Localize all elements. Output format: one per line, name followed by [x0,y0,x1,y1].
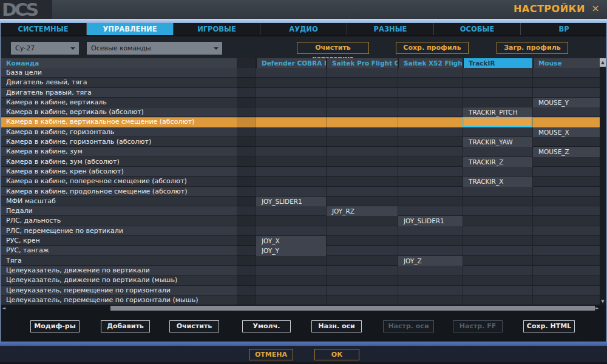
close-icon[interactable]: × [590,2,601,14]
binding-cell[interactable] [326,68,398,78]
binding-cell[interactable] [326,286,398,295]
binding-cell[interactable] [326,236,398,246]
horizontal-scroll-thumb[interactable] [110,306,595,311]
binding-cell[interactable]: JOY_Z [398,256,463,266]
binding-cell[interactable] [256,177,326,186]
scroll-down-icon[interactable]: ▼ [600,298,606,305]
binding-cell[interactable] [256,275,326,285]
table-row[interactable]: Камера в кабине, крен (абсолют) [1,167,600,177]
binding-cell[interactable] [463,246,532,255]
binding-cell[interactable] [326,137,398,147]
tab-systems[interactable]: СИСТЕМНЫЕ [0,23,87,35]
assign-axis-button[interactable]: Назн. оси [311,320,362,332]
table-row[interactable]: Камера в кабине, вертикальное смещение (… [1,117,600,127]
binding-cell[interactable] [532,187,600,197]
binding-cell[interactable] [256,157,326,167]
add-button[interactable]: Добавить [101,320,150,332]
binding-cell[interactable] [256,256,326,266]
binding-cell[interactable] [256,88,326,98]
binding-cell[interactable] [463,266,532,275]
binding-cell[interactable] [463,286,532,295]
table-row[interactable]: Камера в кабине, горизонтальMOUSE_X [1,127,600,137]
binding-cell[interactable] [532,295,600,305]
binding-cell[interactable] [532,137,600,147]
column-header-device[interactable]: Saitek X52 Flight Contro [398,58,463,68]
binding-cell[interactable]: TRACKIR_YAW [463,137,532,147]
binding-cell[interactable] [532,286,600,295]
default-button[interactable]: Умолч. [242,320,291,332]
binding-cell[interactable]: MOUSE_Z [532,147,600,157]
binding-cell[interactable] [398,167,463,177]
binding-cell[interactable] [326,117,398,127]
binding-cell[interactable] [463,78,532,87]
binding-cell[interactable]: TRACKIR_X [463,177,532,186]
tab-controls[interactable]: УПРАВЛЕНИЕ [87,23,174,35]
binding-cell[interactable] [326,187,398,197]
binding-cell[interactable] [463,187,532,197]
table-row[interactable]: База цели [1,68,600,78]
binding-cell[interactable] [256,266,326,275]
binding-cell[interactable] [398,206,463,216]
binding-cell[interactable] [398,187,463,197]
table-row[interactable]: Камера в кабине, горизонталь (абсолют)TR… [1,137,600,147]
table-row[interactable]: Целеуказатель, перемещение по горизонтал… [1,295,600,305]
binding-cell[interactable] [326,275,398,285]
binding-cell[interactable] [398,286,463,295]
binding-cell[interactable] [256,206,326,216]
binding-cell[interactable] [398,295,463,305]
binding-cell[interactable] [398,117,463,127]
binding-cell[interactable]: JOY_SLIDER1 [398,216,463,226]
binding-cell[interactable] [326,167,398,177]
binding-cell[interactable]: TRACKIR_Z [463,157,532,167]
binding-cell[interactable] [256,127,326,137]
binding-cell[interactable] [326,197,398,206]
binding-cell[interactable] [398,68,463,78]
binding-cell[interactable] [326,98,398,107]
binding-cell[interactable] [326,147,398,157]
binding-cell[interactable] [532,246,600,255]
binding-cell[interactable] [256,117,326,127]
binding-cell[interactable] [463,256,532,266]
clear-category-button[interactable]: Очистить категорию [297,42,369,54]
binding-cell[interactable] [326,78,398,87]
binding-cell[interactable] [256,295,326,305]
binding-cell[interactable] [398,197,463,206]
binding-cell[interactable] [256,147,326,157]
save-html-button[interactable]: Сохр. HTML [523,320,575,332]
binding-cell[interactable] [256,137,326,147]
binding-cell[interactable] [256,98,326,107]
table-row[interactable]: Камера в кабине, зумMOUSE_Z [1,147,600,157]
binding-cell[interactable] [398,236,463,246]
binding-cell[interactable] [326,127,398,137]
binding-cell[interactable] [398,246,463,255]
binding-cell[interactable] [463,98,532,107]
binding-cell[interactable] [326,177,398,186]
aircraft-select[interactable]: Су-27 [11,42,79,55]
cancel-button[interactable]: ОТМЕНА [249,349,293,360]
binding-cell[interactable] [532,266,600,275]
binding-cell[interactable] [463,226,532,236]
binding-cell[interactable] [256,167,326,177]
binding-cell[interactable] [256,187,326,197]
binding-cell[interactable] [463,68,532,78]
binding-cell[interactable] [463,216,532,226]
binding-cell[interactable] [326,157,398,167]
binding-cell[interactable] [463,295,532,305]
table-row[interactable]: Камера в кабине, вертикаль (абсолют)TRAC… [1,107,600,117]
binding-cell[interactable] [256,78,326,87]
table-row[interactable]: ТягаJOY_Z [1,256,600,266]
binding-cell[interactable] [532,216,600,226]
tab-misc[interactable]: РАЗНЫЕ [347,23,434,35]
save-profile-button[interactable]: Сохр. профиль [396,42,469,54]
binding-cell[interactable] [326,226,398,236]
binding-cell[interactable] [463,88,532,98]
binding-cell[interactable] [532,177,600,186]
column-header-device[interactable]: Mouse [532,58,600,68]
binding-cell[interactable] [532,256,600,266]
binding-cell[interactable] [532,107,600,117]
binding-cell[interactable] [398,147,463,157]
vertical-scrollbar[interactable]: ▲ ▼ [600,58,606,305]
table-row[interactable]: Двигатель левый, тяга [1,78,600,87]
binding-cell[interactable] [532,68,600,78]
binding-cell[interactable] [326,246,398,255]
